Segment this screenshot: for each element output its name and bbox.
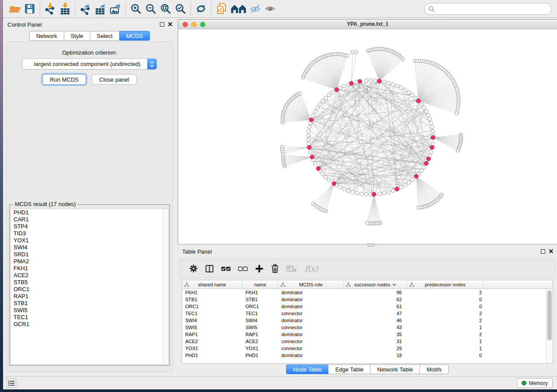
deselect-all-button[interactable] [238,266,248,272]
network-node[interactable] [280,145,284,149]
column-header-MCDS-role[interactable]: MCDS role [278,280,344,289]
network-node[interactable] [311,113,315,117]
export-network-button[interactable] [78,2,93,16]
tab-style[interactable]: Style [64,31,90,41]
splitter-grip[interactable] [367,243,375,247]
network-node[interactable] [364,79,368,83]
table-row[interactable]: ORC1ORC1dominator610 [182,303,553,310]
network-node[interactable] [426,113,430,117]
mcds-result-item[interactable]: YOX1 [11,237,168,244]
search-box[interactable] [424,3,552,15]
network-node[interactable] [429,121,432,125]
export-image-button[interactable] [108,2,123,16]
add-column-button[interactable] [255,265,263,273]
table-scrollbar-thumb[interactable] [547,290,552,340]
import-network-button[interactable] [43,2,58,16]
mcds-result-item[interactable]: SWI5 [11,307,168,314]
network-node[interactable] [374,79,377,83]
network-node[interactable] [431,142,434,145]
network-node[interactable] [307,134,310,137]
network-node[interactable] [327,93,331,97]
mcds-hub-node[interactable] [316,166,320,170]
network-node[interactable] [395,84,399,88]
network-node[interactable] [428,117,431,121]
network-node[interactable] [321,99,325,103]
network-node[interactable] [399,86,403,89]
network-node[interactable] [343,84,346,88]
criterion-dropdown[interactable]: largest connected component (undirected) [22,58,157,69]
network-node[interactable] [307,138,310,141]
task-history-button[interactable] [7,378,16,388]
network-node[interactable] [417,206,420,210]
network-node[interactable] [419,169,423,172]
mcds-result-item[interactable]: PMA2 [11,258,168,265]
network-node[interactable] [403,88,407,92]
duplicate-network-button[interactable] [214,2,229,16]
column-header-successor-nodes[interactable]: successor nodes [344,280,407,289]
table-settings-button[interactable] [189,264,198,273]
network-node[interactable] [307,142,310,145]
mcds-hub-node[interactable] [332,182,336,186]
table-row[interactable]: ACE2ACE2connector311 [182,338,553,345]
network-node[interactable] [419,103,423,106]
select-all-button[interactable] [221,266,231,272]
mcds-result-item[interactable]: STB1 [11,300,168,307]
tab-select[interactable]: Select [90,31,119,41]
save-session-button[interactable] [22,2,37,16]
network-node[interactable] [369,79,372,82]
mcds-result-item[interactable]: GCR1 [11,321,168,328]
network-node[interactable] [411,178,414,182]
search-input[interactable] [435,5,551,14]
network-node[interactable] [414,96,417,100]
network-node[interactable] [311,202,315,205]
network-canvas[interactable] [178,29,557,244]
table-row[interactable]: RAP1RAP1dominator352 [182,331,553,338]
zoom-in-button[interactable] [128,2,143,16]
mcds-hub-node[interactable] [307,145,311,149]
network-node[interactable] [321,172,325,175]
network-node[interactable] [298,92,302,95]
table-row[interactable]: SWI4SWI4dominator462 [182,317,553,324]
network-node[interactable] [411,93,414,97]
node-table[interactable]: shared namenameMCDS rolesuccessor nodesp… [182,280,553,364]
network-node[interactable] [429,150,432,154]
network-node[interactable] [391,189,394,193]
mcds-result-item[interactable]: STP4 [11,223,168,230]
network-node[interactable] [307,130,310,133]
network-node[interactable] [308,125,311,129]
network-node[interactable] [331,91,334,94]
table-row[interactable]: PHD1PHD1dominator180 [182,352,553,359]
mcds-result-item[interactable]: SWI4 [11,244,168,251]
network-node[interactable] [401,58,405,61]
network-node[interactable] [382,191,386,195]
network-node[interactable] [422,165,426,169]
close-panel-icon[interactable] [168,22,173,27]
network-node[interactable] [387,190,390,194]
table-scrollbar[interactable] [546,289,553,363]
mcds-result-item[interactable]: PHD1 [11,209,168,216]
tab-mcds[interactable]: MCDS [119,31,150,41]
mcds-hub-node[interactable] [426,157,430,161]
network-node[interactable] [399,186,403,189]
mcds-hub-node[interactable] [358,79,362,83]
column-header-name[interactable]: name [242,280,278,289]
open-file-button[interactable] [7,2,22,16]
mcds-hub-node[interactable] [430,145,434,149]
mcds-result-item[interactable]: FKH1 [11,265,168,272]
table-row[interactable]: STB1STB1dominator620 [182,296,553,303]
mcds-result-list[interactable]: PHD1CAR1STP4TID3YOX1SWI4SRD1PMA2FKH1ACE2… [10,209,169,364]
network-node[interactable] [355,191,359,195]
mcds-result-item[interactable]: STB5 [11,279,168,286]
mcds-hub-node[interactable] [414,174,418,178]
network-node[interactable] [403,183,407,187]
network-graph[interactable] [178,29,557,244]
network-node[interactable] [346,189,350,193]
network-node[interactable] [324,175,327,179]
zoom-out-button[interactable] [143,2,158,16]
table-row[interactable]: SWI5SWI5connector431 [182,324,553,331]
mcds-result-item[interactable]: ACE2 [11,272,168,279]
network-node[interactable] [382,80,386,83]
mcds-hub-node[interactable] [395,187,399,191]
network-node[interactable] [315,106,319,110]
float-table-panel-icon[interactable] [541,249,545,254]
